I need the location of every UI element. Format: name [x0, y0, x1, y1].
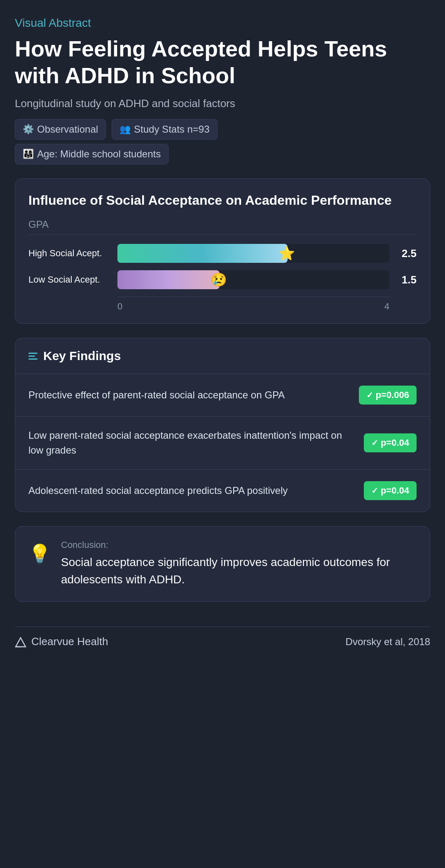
- tag-observational: ⚙️ Observational: [15, 119, 106, 140]
- tags-row-2: 👨‍👩‍👧 Age: Middle school students: [15, 144, 430, 164]
- axis-min: 0: [117, 301, 122, 312]
- footer-citation: Dvorsky et al, 2018: [346, 636, 430, 648]
- brand-name: Clearvue Health: [31, 635, 108, 648]
- tag-observational-label: Observational: [37, 124, 98, 135]
- conclusion-label: Conclusion:: [61, 540, 417, 550]
- bar-value-low: 1.5: [396, 274, 417, 286]
- gear-icon: ⚙️: [23, 124, 34, 135]
- brand-icon: [15, 636, 26, 648]
- p-badge-1: ✓ p=0.006: [359, 386, 417, 405]
- check-icon-2: ✓: [371, 438, 378, 448]
- finding-text-2: Low parent-rated social acceptance exace…: [28, 428, 354, 458]
- finding-row-2: Low parent-rated social acceptance exace…: [15, 416, 430, 470]
- conclusion-text: Social acceptance significantly improves…: [61, 554, 417, 588]
- tag-age-label: Age: Middle school students: [37, 148, 161, 160]
- tags-row-1: ⚙️ Observational 👥 Study Stats n=93: [15, 119, 430, 140]
- chart-axis: 0 4: [28, 301, 417, 312]
- bar-value-high: 2.5: [396, 247, 417, 260]
- conclusion-content: Conclusion: Social acceptance significan…: [61, 540, 417, 588]
- people-icon: 👥: [119, 124, 131, 135]
- svg-marker-0: [16, 638, 26, 647]
- axis-max: 4: [384, 301, 389, 312]
- bar-emoji-low: 😢: [211, 272, 227, 288]
- main-title: How Feeling Accepted Helps Teens with AD…: [15, 35, 430, 89]
- bulb-icon: 💡: [28, 543, 51, 564]
- chart-card: Influence of Social Acceptance on Academ…: [15, 178, 430, 324]
- bar-label-low: Low Social Acept.: [28, 274, 111, 285]
- subtitle: Longitudinal study on ADHD and social fa…: [15, 97, 430, 110]
- visual-abstract-label: Visual Abstract: [15, 16, 430, 30]
- finding-row-1: Protective effect of parent-rated social…: [15, 374, 430, 416]
- p-value-1: p=0.006: [376, 390, 409, 400]
- p-badge-2: ✓ p=0.04: [364, 433, 417, 452]
- tag-age: 👨‍👩‍👧 Age: Middle school students: [15, 144, 169, 164]
- p-badge-3: ✓ p=0.04: [364, 481, 417, 500]
- axis-line: [117, 297, 389, 297]
- bar-row-high: High Social Acept. ⭐ 2.5: [28, 244, 417, 263]
- check-icon-3: ✓: [371, 486, 378, 496]
- bar-row-low: Low Social Acept. 😢 1.5: [28, 270, 417, 289]
- conclusion-card: 💡 Conclusion: Social acceptance signific…: [15, 526, 430, 602]
- bar-fill-high: ⭐: [117, 244, 288, 263]
- chart-section-label: GPA: [28, 219, 417, 230]
- p-value-2: p=0.04: [381, 438, 409, 448]
- key-findings-title: Key Findings: [43, 349, 121, 363]
- footer-brand: Clearvue Health: [15, 635, 108, 648]
- tag-study-stats-label: Study Stats n=93: [134, 124, 209, 135]
- p-value-3: p=0.04: [381, 485, 409, 496]
- bar-label-high: High Social Acept.: [28, 248, 111, 259]
- bar-fill-low: 😢: [117, 270, 220, 289]
- finding-text-3: Adolescent-rated social acceptance predi…: [28, 483, 354, 498]
- finding-text-1: Protective effect of parent-rated social…: [28, 388, 349, 402]
- key-findings-header: Key Findings: [15, 338, 430, 374]
- bar-track-low: 😢: [117, 270, 389, 289]
- footer: Clearvue Health Dvorsky et al, 2018: [15, 627, 430, 648]
- check-icon-1: ✓: [366, 390, 373, 400]
- bar-track-high: ⭐: [117, 244, 389, 263]
- finding-row-3: Adolescent-rated social acceptance predi…: [15, 470, 430, 512]
- bar-emoji-high: ⭐: [279, 246, 295, 261]
- chart-title: Influence of Social Acceptance on Academ…: [28, 192, 417, 209]
- family-icon: 👨‍👩‍👧: [23, 149, 34, 159]
- list-icon: [28, 353, 37, 360]
- chart-divider: [28, 234, 417, 235]
- tag-study-stats: 👥 Study Stats n=93: [112, 119, 217, 140]
- key-findings-card: Key Findings Protective effect of parent…: [15, 338, 430, 512]
